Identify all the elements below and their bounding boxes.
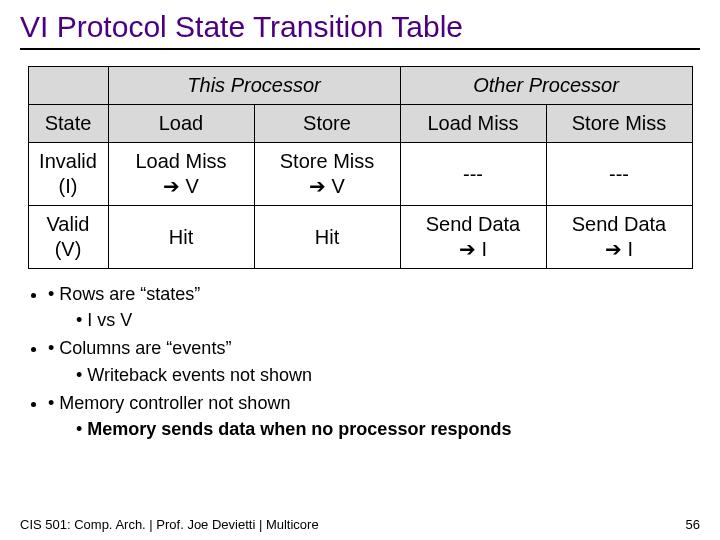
cell-invalid-load: Load Miss➔ V <box>108 143 254 206</box>
header-corner <box>28 67 108 105</box>
list-item: I vs V <box>76 307 700 334</box>
slide-title: VI Protocol State Transition Table <box>20 10 700 50</box>
state-transition-table: This Processor Other Processor State Loa… <box>28 66 693 269</box>
header-this-processor: This Processor <box>108 67 400 105</box>
list-item: Rows are “states” I vs V <box>48 281 700 335</box>
header-store: Store <box>254 105 400 143</box>
header-load-miss: Load Miss <box>400 105 546 143</box>
bullet-text: I vs V <box>87 310 132 330</box>
cell-valid-store: Hit <box>254 206 400 269</box>
list-item: Memory sends data when no processor resp… <box>76 416 700 443</box>
cell-valid-storemiss: Send Data➔ I <box>546 206 692 269</box>
cell-valid-loadmiss: Send Data➔ I <box>400 206 546 269</box>
table-row: Valid(V) Hit Hit Send Data➔ I Send Data➔… <box>28 206 692 269</box>
bullet-text: Rows are “states” <box>59 284 200 304</box>
cell-invalid-store: Store Miss➔ V <box>254 143 400 206</box>
footer-left: CIS 501: Comp. Arch. | Prof. Joe Deviett… <box>20 517 319 532</box>
table-row: Invalid(I) Load Miss➔ V Store Miss➔ V --… <box>28 143 692 206</box>
page-number: 56 <box>686 517 700 532</box>
bullet-text: Memory sends data when no processor resp… <box>87 419 511 439</box>
bullet-text: Memory controller not shown <box>59 393 290 413</box>
header-load: Load <box>108 105 254 143</box>
list-item: Memory controller not shown Memory sends… <box>48 390 700 444</box>
cell-valid-load: Hit <box>108 206 254 269</box>
state-cell-valid: Valid(V) <box>28 206 108 269</box>
cell-invalid-storemiss: --- <box>546 143 692 206</box>
slide-footer: CIS 501: Comp. Arch. | Prof. Joe Deviett… <box>20 517 700 532</box>
bullet-text: Writeback events not shown <box>87 365 312 385</box>
list-item: Writeback events not shown <box>76 362 700 389</box>
table-event-header-row: State Load Store Load Miss Store Miss <box>28 105 692 143</box>
bullet-list: Rows are “states” I vs V Columns are “ev… <box>20 281 700 444</box>
table-header-group-row: This Processor Other Processor <box>28 67 692 105</box>
header-state: State <box>28 105 108 143</box>
list-item: Columns are “events” Writeback events no… <box>48 335 700 389</box>
bullet-text: Columns are “events” <box>59 338 231 358</box>
state-cell-invalid: Invalid(I) <box>28 143 108 206</box>
header-store-miss: Store Miss <box>546 105 692 143</box>
header-other-processor: Other Processor <box>400 67 692 105</box>
cell-invalid-loadmiss: --- <box>400 143 546 206</box>
